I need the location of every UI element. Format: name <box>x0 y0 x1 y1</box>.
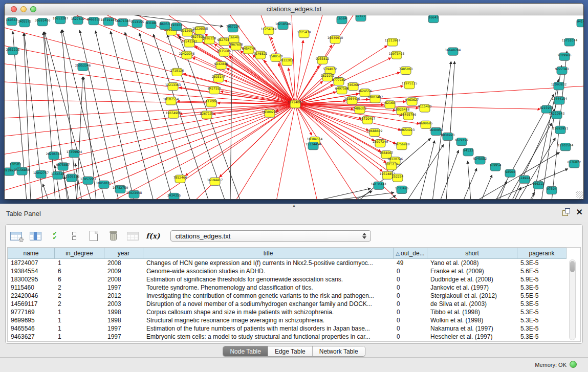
graph-node[interactable]: 97504 <box>547 186 557 194</box>
column-header-title[interactable]: title <box>143 248 394 259</box>
graph-node[interactable]: 1733426 <box>395 186 409 193</box>
splitter-handle[interactable]: ▲ <box>292 204 296 207</box>
table-cell[interactable]: 1998 <box>104 308 143 316</box>
graph-node[interactable]: 9115460 <box>418 104 432 112</box>
graph-node[interactable]: 832203 <box>281 58 293 65</box>
graph-node[interactable]: 8267130 <box>200 111 214 119</box>
float-panel-icon[interactable] <box>562 208 570 216</box>
table-cell[interactable]: Embryonic stem cells: a model to study s… <box>143 333 394 341</box>
window-resize-grip[interactable] <box>576 191 583 199</box>
graph-node[interactable]: 94133 <box>463 148 473 156</box>
table-cell[interactable]: 5.9E-5 <box>517 275 567 283</box>
table-cell[interactable]: Genome-wide association studies in ADHD. <box>143 267 394 275</box>
table-cell[interactable]: 0 <box>394 316 427 324</box>
network-graph[interactable]: 1872400786601238912954182260589827508818… <box>5 15 583 199</box>
graph-node[interactable]: 1815132 <box>385 162 399 170</box>
table-cell[interactable]: 0 <box>394 300 427 308</box>
table-cell[interactable]: 9777169 <box>8 308 55 316</box>
graph-node[interactable]: 12213363 <box>165 83 181 91</box>
graph-node[interactable]: 16643 <box>428 15 439 23</box>
graph-node[interactable]: 1225439 <box>297 30 311 38</box>
graph-node[interactable]: 2718126 <box>170 68 184 76</box>
table-row[interactable]: 911546021997Tourette syndrome. Phenomeno… <box>8 283 580 292</box>
graph-node[interactable]: 160563 <box>6 18 18 26</box>
graph-node[interactable]: 417006 <box>206 99 217 107</box>
table-row[interactable]: 977716911998Corpus callosum shape and si… <box>8 308 580 316</box>
network-canvas[interactable]: 1872400786601238912954182260589827508818… <box>5 15 583 199</box>
graph-node[interactable]: 9777169 <box>332 78 346 85</box>
graph-node[interactable]: 16646 <box>229 35 239 43</box>
table-row[interactable]: 1456911722003Disruption of a novel membe… <box>8 300 580 308</box>
table-cell[interactable]: Disruption of a novel member of a sodium… <box>143 300 394 308</box>
table-cell[interactable]: 18300295 <box>8 275 55 283</box>
table-cell[interactable]: 2012 <box>104 292 143 300</box>
graph-node[interactable]: 93188 <box>146 21 156 29</box>
graph-node[interactable]: 124924 <box>519 176 531 183</box>
graph-node[interactable]: 10719185 <box>101 18 117 26</box>
graph-node[interactable]: 7852464 <box>173 175 187 183</box>
graph-node[interactable]: 1154519 <box>51 171 65 179</box>
table-cell[interactable]: 0 <box>394 308 427 316</box>
new-column-button[interactable] <box>88 229 100 243</box>
graph-node[interactable]: 94148 <box>577 19 583 27</box>
table-cell[interactable]: 1 <box>55 333 104 341</box>
table-cell[interactable]: 2 <box>55 292 104 300</box>
graph-node[interactable]: 98504 <box>505 169 515 177</box>
graph-node[interactable]: 2803144 <box>212 74 226 82</box>
table-cell[interactable]: Tourette syndrome. Phenomenology and cla… <box>143 283 394 292</box>
graph-node[interactable]: 11156859 <box>14 167 30 175</box>
memory-status-indicator[interactable] <box>570 361 577 368</box>
column-header-out_de[interactable]: △out_de... <box>394 248 427 259</box>
tab-network-table[interactable]: Network Table <box>313 346 365 356</box>
graph-node[interactable]: 12103504 <box>558 143 574 151</box>
graph-node[interactable]: 18300295 <box>262 110 278 117</box>
table-cell[interactable]: 22420046 <box>8 292 55 300</box>
table-cell[interactable]: 2 <box>55 283 104 292</box>
window-titlebar[interactable]: citations_edges.txt <box>5 4 583 15</box>
table-cell[interactable]: Yano et al. (2008) <box>427 259 517 267</box>
graph-node[interactable]: 19218596 <box>275 22 291 30</box>
table-cell[interactable]: 5.3E-5 <box>517 333 567 341</box>
close-panel-icon[interactable]: ✕ <box>576 208 583 216</box>
graph-node[interactable]: 2405572 <box>18 19 32 27</box>
tab-edge-table[interactable]: Edge Table <box>268 346 313 356</box>
graph-node[interactable]: 86053 <box>160 22 170 30</box>
table-cell[interactable]: 5.5E-5 <box>517 292 567 300</box>
graph-node[interactable]: 9245052 <box>473 157 487 164</box>
table-cell[interactable]: Estimation of significance thresholds fo… <box>143 275 394 283</box>
table-cell[interactable]: 1 <box>55 316 104 324</box>
table-cell[interactable]: Structural magnetic resonance image aver… <box>143 316 394 324</box>
table-cell[interactable]: Jankovic et al. (1997) <box>427 283 517 292</box>
graph-node[interactable]: 166213 <box>533 181 545 189</box>
table-cell[interactable]: 9115460 <box>8 283 55 292</box>
graph-node[interactable]: 2051103 <box>6 47 20 55</box>
column-header-name[interactable]: name <box>8 248 55 259</box>
table-cell[interactable]: Estimation of the future numbers of pati… <box>143 324 394 333</box>
graph-node[interactable]: 15720407 <box>360 116 376 124</box>
graph-node[interactable]: 9146821 <box>254 51 268 59</box>
table-cell[interactable]: Investigating the contribution of common… <box>143 292 394 300</box>
table-cell[interactable]: Corpus callosum shape and size in male p… <box>143 308 394 316</box>
graph-node[interactable]: 16648784 <box>445 48 461 55</box>
column-header-pagerank[interactable]: pagerank <box>517 248 567 259</box>
graph-node[interactable]: 1588520 <box>269 54 283 61</box>
table-cell[interactable]: 1 <box>55 324 104 333</box>
table-cell[interactable]: 5.3E-5 <box>517 316 567 324</box>
function-builder-button[interactable]: f(x) <box>146 229 160 243</box>
table-cell[interactable]: 2 <box>55 300 104 308</box>
graph-node[interactable]: 6679197 <box>455 138 469 146</box>
table-cell[interactable]: 1998 <box>104 316 143 324</box>
graph-node[interactable]: 18907249 <box>373 140 388 147</box>
graph-node[interactable]: 8427552 <box>208 86 222 94</box>
table-cell[interactable]: 0 <box>394 267 427 275</box>
graph-node[interactable]: 16194417 <box>207 178 223 185</box>
table-mode-button[interactable] <box>10 229 22 243</box>
rows-button[interactable] <box>68 229 80 243</box>
graph-node[interactable]: 16649910 <box>328 36 343 43</box>
graph-node[interactable]: 18495796 <box>401 112 417 120</box>
graph-node[interactable]: 12942757 <box>33 170 49 178</box>
table-cell[interactable]: 49 <box>394 259 427 267</box>
table-cell[interactable]: 9463627 <box>8 333 55 341</box>
graph-node[interactable]: 9329966 <box>558 53 572 60</box>
graph-node[interactable]: 12213967 <box>385 38 401 46</box>
